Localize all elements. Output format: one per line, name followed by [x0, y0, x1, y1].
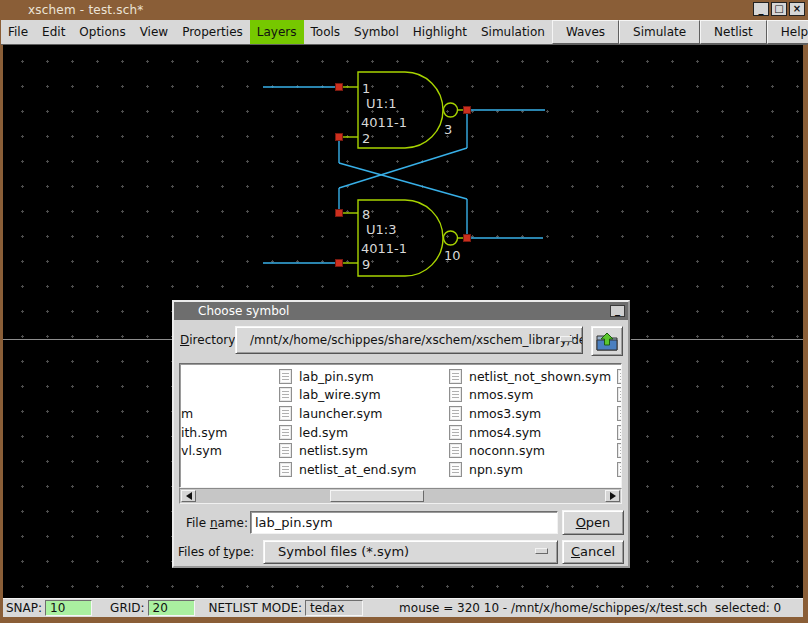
directory-dropdown[interactable]: /mnt/x/home/schippes/share/xschem/xschem…	[235, 326, 583, 354]
menu-file[interactable]: File	[1, 20, 35, 44]
file-item[interactable]: netlist_not_shown.sym	[449, 367, 622, 386]
menu-help[interactable]: Help	[767, 20, 808, 44]
menubar-buttons: WavesSimulateNetlistHelp	[552, 20, 808, 44]
simulate-button[interactable]: Simulate	[619, 20, 700, 44]
close-icon[interactable]: ×	[789, 2, 805, 16]
waves-button[interactable]: Waves	[552, 20, 619, 44]
file-name-label: File name:	[186, 509, 248, 537]
file-item-label: ith.sym	[181, 425, 227, 440]
menu-layers[interactable]: Layers	[250, 20, 304, 44]
file-item-label: launcher.sym	[299, 406, 383, 421]
file-item-label: netlist.sym	[299, 443, 368, 458]
file-item[interactable]: npn.sym	[449, 460, 622, 479]
directory-value: /mnt/x/home/schippes/share/xschem/xschem…	[250, 333, 583, 347]
dialog-title: Choose symbol	[198, 304, 289, 318]
file-list[interactable]: mith.symvl.symlab_pin.symlab_wire.symlau…	[179, 363, 622, 488]
pin-markers	[336, 84, 471, 267]
files-of-type-label: Files of type:	[178, 538, 254, 566]
netlist-button[interactable]: Netlist	[700, 20, 767, 44]
file-item-empty	[617, 460, 622, 479]
xschem-window: xschem - test.sch* _ □ × FileEditOptions…	[0, 0, 808, 623]
file-icon	[279, 443, 292, 458]
file-item-empty	[617, 423, 622, 442]
gate1-pin-out: 3	[444, 122, 452, 137]
file-item[interactable]: nmos3.sym	[449, 404, 622, 423]
file-item-label: netlist_at_end.sym	[299, 462, 417, 477]
menu-simulation[interactable]: Simulation	[474, 20, 552, 44]
file-icon	[279, 387, 292, 402]
menu-edit[interactable]: Edit	[35, 20, 72, 44]
window-controls: _ □ ×	[753, 2, 805, 16]
gate1-ref: U1:1	[366, 96, 396, 111]
file-item[interactable]: noconn.sym	[449, 441, 622, 460]
dialog-titlebar[interactable]: Choose symbol _	[174, 302, 628, 320]
file-item-label: npn.sym	[469, 462, 523, 477]
wires	[263, 87, 545, 263]
folder-up-icon	[596, 332, 618, 351]
menu-properties[interactable]: Properties	[175, 20, 250, 44]
file-item-empty	[617, 386, 622, 405]
file-icon	[449, 406, 462, 421]
snap-input[interactable]: 10	[45, 600, 92, 616]
file-icon	[279, 425, 292, 440]
file-icon	[617, 443, 622, 458]
file-item-empty	[617, 367, 622, 386]
cancel-button[interactable]: Cancel	[562, 540, 624, 564]
file-column-3: netlist_not_shown.symnmos.symnmos3.symnm…	[449, 367, 622, 479]
menu-highlight[interactable]: Highlight	[406, 20, 474, 44]
scroll-left-icon[interactable]	[181, 490, 196, 502]
file-column-4	[617, 367, 622, 479]
directory-label: Directory:	[180, 326, 239, 354]
file-item[interactable]: nmos4.sym	[449, 423, 622, 442]
hscrollbar-thumb[interactable]	[330, 490, 424, 502]
file-icon	[617, 387, 622, 402]
file-icon	[279, 406, 292, 421]
file-icon	[449, 425, 462, 440]
file-item-label: nmos.sym	[469, 387, 533, 402]
gate2-part: 4011-1	[361, 241, 407, 256]
snap-label: SNAP:	[6, 601, 42, 615]
open-button[interactable]: Open	[562, 510, 624, 535]
menubar-items: FileEditOptionsViewPropertiesLayersTools…	[1, 20, 552, 44]
menu-view[interactable]: View	[133, 20, 175, 44]
schematic-canvas[interactable]: 1 U1:1 4011-1 2 3 8 U1:3 4011-1 9 10 Cho…	[3, 45, 803, 598]
file-item-label: lab_pin.sym	[299, 369, 374, 384]
file-icon	[617, 406, 622, 421]
file-item-empty	[617, 404, 622, 423]
dropdown-indicator	[560, 336, 573, 342]
file-item-label: vl.sym	[181, 443, 222, 458]
file-icon	[279, 462, 292, 477]
menu-tools[interactable]: Tools	[304, 20, 348, 44]
choose-symbol-dialog: Choose symbol _ Directory: /mnt/x/home/s…	[172, 300, 630, 568]
menubar: FileEditOptionsViewPropertiesLayersTools…	[1, 20, 807, 45]
files-of-type-dropdown[interactable]: Symbol files (*.sym)	[263, 540, 558, 564]
grid-label: GRID:	[110, 601, 144, 615]
folder-up-button[interactable]	[591, 326, 623, 356]
file-list-hscrollbar[interactable]	[179, 488, 622, 504]
file-item-label: nmos4.sym	[469, 425, 541, 440]
netlist-mode-input[interactable]: tedax	[305, 600, 363, 616]
file-icon	[617, 369, 622, 384]
gate1-pin-top: 1	[362, 81, 370, 96]
menu-options[interactable]: Options	[72, 20, 132, 44]
gate1-pin-bottom: 2	[362, 131, 370, 146]
scroll-right-icon[interactable]	[605, 490, 620, 502]
file-item-label: nmos3.sym	[469, 406, 541, 421]
file-name-input[interactable]: lab_pin.sym	[250, 511, 558, 534]
file-icon	[449, 369, 462, 384]
file-icon	[279, 369, 292, 384]
menu-symbol[interactable]: Symbol	[347, 20, 406, 44]
file-item-empty	[617, 441, 622, 460]
files-of-type-value: Symbol files (*.sym)	[278, 544, 409, 559]
maximize-icon[interactable]: □	[771, 2, 787, 16]
file-icon	[617, 462, 622, 477]
gate2-pin-out: 10	[444, 248, 461, 263]
file-item-label: led.sym	[299, 425, 348, 440]
file-item[interactable]: nmos.sym	[449, 386, 622, 405]
titlebar[interactable]: xschem - test.sch* _ □ ×	[0, 0, 808, 20]
grid-input[interactable]: 20	[148, 600, 195, 616]
gate1-part: 4011-1	[361, 115, 407, 130]
dialog-iconify-icon[interactable]: _	[610, 305, 625, 317]
minimize-icon[interactable]: _	[753, 2, 769, 16]
file-icon	[449, 462, 462, 477]
